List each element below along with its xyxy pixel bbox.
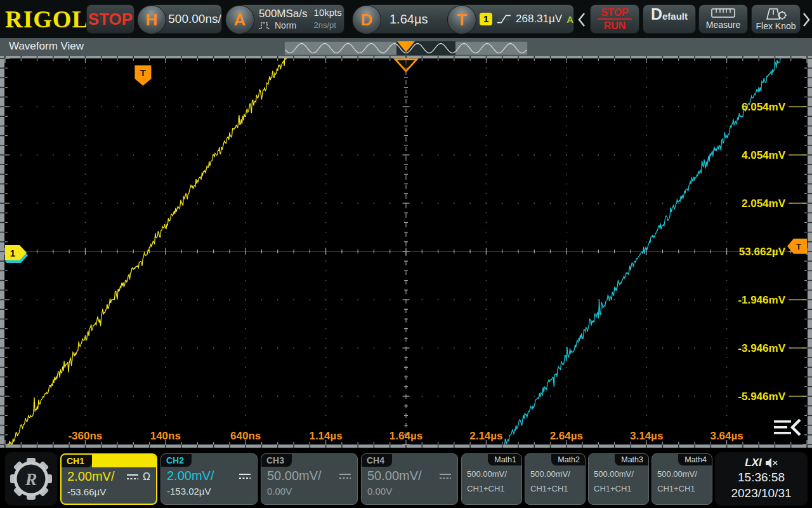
acquisition-status-badge[interactable]: STOP [86,4,134,34]
time-tick-label: 2.14µs [457,430,514,443]
time-tick-label: 140ns [137,430,194,443]
voltage-tick-label: 6.054mV [742,101,785,114]
acquisition-panel[interactable]: 500MSa/s Norm 10kpts 2ns/pt [239,4,344,34]
math-expression: CH1+CH1 [525,479,585,493]
voltage-tick-label: -3.946mV [738,342,785,355]
channel-tab-label: CH4 [362,454,392,467]
toolbar-expand-right-icon[interactable] [802,12,811,27]
math-expression: CH1+CH1 [589,479,648,493]
voltage-tick-label: 4.054mV [742,149,785,162]
rigol-gear-logo-button[interactable]: R [5,452,57,505]
channel-tab-label: CH2 [161,454,192,467]
measure-button[interactable]: Measure [698,4,748,34]
flex-knob-button[interactable]: Flex Knob [751,4,801,34]
bottom-status-bar: R CH1 2.00mV/ Ω -53.66µV CH2 2.00mV/ [0,448,812,508]
channel-card-ch3[interactable]: CH3 50.00mV/ 0.00V [261,453,358,505]
channel-card-ch2[interactable]: CH2 2.00mV/ -153.02µV [160,453,258,505]
speaker-muted-icon [766,458,778,468]
voltage-tick-label: -5.946mV [738,391,785,403]
math-scale: 500.00mV/ [462,465,521,479]
time-tick-label: 3.64µs [698,430,756,443]
voltage-tick-label: 2.054mV [742,197,785,210]
math-tab-label: Math3 [615,454,648,465]
math-tab-label: Math1 [488,454,521,465]
channel-card-ch1[interactable]: CH1 2.00mV/ Ω -53.66µV [60,453,157,505]
channel-active-bar [92,455,156,467]
channel-offset: 0.00V [362,483,457,497]
sample-resolution: 2ns/pt [314,19,342,32]
run-stop-divider [598,18,632,20]
waveform-view-titlebar: Waveform View [0,38,812,56]
svg-text:T: T [796,242,801,251]
math-scale: 500.00mV/ [525,465,585,479]
impedance-indicator: Ω [143,471,150,483]
default-button[interactable]: Default [643,4,696,34]
horizontal-knob[interactable]: H [137,5,166,34]
time-tick-label: 1.64µs [377,430,435,443]
ruler-icon [711,8,735,18]
math-expression: CH1+CH1 [462,479,521,493]
waveform-view-title: Waveform View [9,40,84,53]
math-card-math4[interactable]: Math4 500.00mV/ CH1+CH1 [652,453,712,505]
svg-text:R: R [25,469,37,489]
top-toolbar: RIGOL STOP H 500.00ns/ A 500MSa/s Norm 1… [0,0,812,38]
channel-offset: -153.02µV [161,483,257,497]
channel-scale: 50.00mV/ [267,469,322,483]
trigger-sweep-mode: A [566,14,573,25]
channel-scale: 2.00mV/ [167,469,214,483]
memory-depth: 10kpts [314,6,342,19]
channel-scale: 50.00mV/ [367,469,422,483]
math-card-math3[interactable]: Math3 500.00mV/ CH1+CH1 [588,453,649,505]
svg-text:1: 1 [10,248,15,258]
math-card-math1[interactable]: Math1 500.00mV/ CH1+CH1 [461,453,522,505]
svg-text:T: T [140,67,146,78]
channel-tab-label: CH3 [261,454,292,467]
channel-tab-label: CH1 [62,455,92,467]
rising-edge-icon [497,12,511,26]
sample-rate: 500MSa/s [259,8,308,20]
math-tab-label: Math2 [551,454,585,465]
time-tick-label: 640ns [217,430,274,443]
clock-panel[interactable]: LXI 15:36:58 2023/10/31 [715,452,808,505]
time-tick-label: 3.14µs [618,430,675,443]
trigger-panel[interactable]: 1 268.31µV A [461,4,574,34]
trigger-source-badge: 1 [480,13,492,25]
gear-icon: R [5,452,57,505]
measure-label: Measure [706,20,740,30]
dc-coupling-icon [439,472,452,480]
pulse-icon [259,21,272,30]
acquisition-mode: Norm [275,20,296,30]
system-time: 15:36:58 [715,469,808,485]
delay-knob[interactable]: D [352,5,381,34]
voltage-tick-label: 53.662µV [739,246,785,258]
results-menu-collapse-icon[interactable] [774,419,803,438]
acquisition-knob[interactable]: A [225,5,254,34]
math-tab-label: Math4 [678,454,712,465]
channel-scale: 2.00mV/ [67,469,114,484]
dc-coupling-icon [126,473,139,481]
channel-offset: -53.66µV [62,484,156,497]
channel-offset: 0.00V [261,483,357,497]
trigger-level-value: 268.31µV [516,13,562,25]
run-stop-run-label: RUN [604,20,626,31]
record-preview-strip[interactable] [284,41,528,55]
trigger-knob[interactable]: T [447,5,476,34]
math-scale: 500.00mV/ [652,465,712,479]
lxi-status: LXI [745,457,761,469]
math-expression: CH1+CH1 [652,479,712,493]
time-tick-label: -360ns [56,430,114,443]
math-card-math2[interactable]: Math2 500.00mV/ CH1+CH1 [525,453,586,505]
flex-knob-icon [764,8,787,20]
time-tick-label: 1.14µs [298,430,355,443]
delay-value: 1.64µs [390,12,428,27]
oscilloscope-graticule: 1TT [0,56,812,448]
channel-card-ch4[interactable]: CH4 50.00mV/ 0.00V [361,453,458,505]
voltage-tick-label: -1.946mV [738,294,785,307]
run-stop-button[interactable]: STOP RUN [590,4,639,34]
time-tick-label: 2.64µs [538,430,595,443]
system-date: 2023/10/31 [715,485,808,501]
flex-knob-label: Flex Knob [756,21,796,31]
toolbar-collapse-left-icon[interactable] [577,12,586,27]
run-stop-stop-label: STOP [601,7,628,18]
dc-coupling-icon [339,472,351,480]
